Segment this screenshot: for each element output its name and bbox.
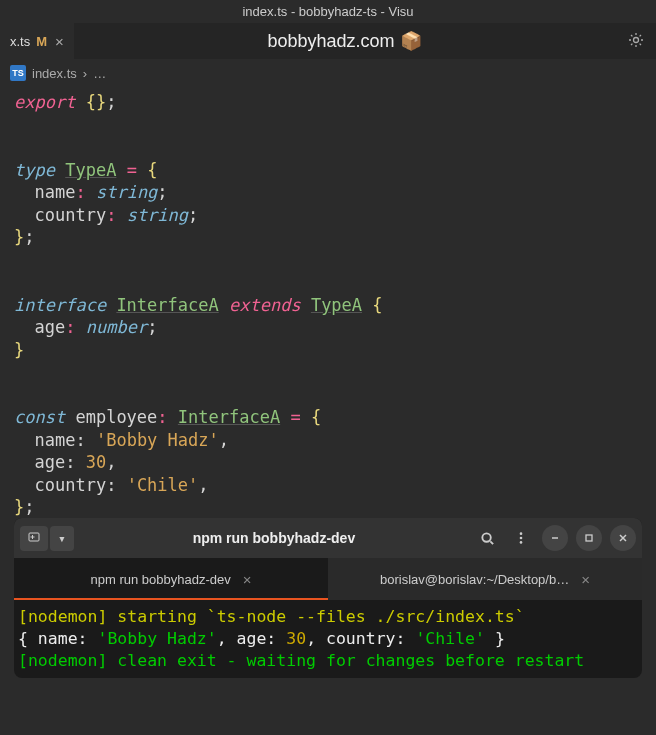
maximize-button[interactable] [576,525,602,551]
code-editor[interactable]: export {}; type TypeA = { name: string; … [0,87,656,568]
menu-icon[interactable] [508,525,534,551]
tab-label: x.ts [10,34,30,49]
terminal-tabs: npm run bobbyhadz-dev × borislav@borisla… [14,558,642,600]
svg-point-6 [520,532,523,535]
page-title: bobbyhadz.com 📦 [74,30,616,52]
site-name: bobbyhadz.com [267,31,394,52]
close-icon[interactable]: × [243,571,252,588]
window-title: index.ts - bobbyhadz-ts - Visu [0,0,656,23]
breadcrumb[interactable]: TS index.ts › … [0,59,656,87]
settings-icon[interactable] [616,32,656,51]
svg-rect-3 [31,536,35,537]
breadcrumb-more: … [93,66,106,81]
dropdown-button[interactable]: ▾ [50,526,74,551]
svg-point-7 [520,537,523,540]
close-icon[interactable]: × [581,571,590,588]
tab-bar: x.ts M × bobbyhadz.com 📦 [0,23,656,59]
terminal-tab[interactable]: borislav@borislav:~/Desktop/b… × [328,558,642,600]
new-tab-button[interactable] [20,526,48,551]
svg-point-4 [482,533,490,541]
terminal-output[interactable]: [nodemon] starting `ts-node --files ./sr… [14,600,642,678]
chevron-right-icon: › [83,66,87,81]
typescript-icon: TS [10,65,26,81]
terminal-titlebar: ▾ npm run bobbyhadz-dev [14,518,642,558]
terminal-window: ▾ npm run bobbyhadz-dev npm run bobbyhad… [14,518,642,678]
minimize-button[interactable] [542,525,568,551]
terminal-tab-label: npm run bobbyhadz-dev [91,572,231,587]
box-icon: 📦 [400,30,422,52]
tab-modified-indicator: M [36,34,47,49]
terminal-tab-label: borislav@borislav:~/Desktop/b… [380,572,569,587]
close-icon[interactable]: × [55,33,64,50]
terminal-title: npm run bobbyhadz-dev [74,530,474,546]
terminal-tab-active[interactable]: npm run bobbyhadz-dev × [14,558,328,600]
svg-line-5 [490,541,493,544]
close-button[interactable] [610,525,636,551]
editor-tab[interactable]: x.ts M × [0,23,74,59]
svg-point-8 [520,541,523,544]
breadcrumb-file: index.ts [32,66,77,81]
svg-rect-10 [586,535,592,541]
svg-point-0 [634,37,639,42]
search-icon[interactable] [474,525,500,551]
